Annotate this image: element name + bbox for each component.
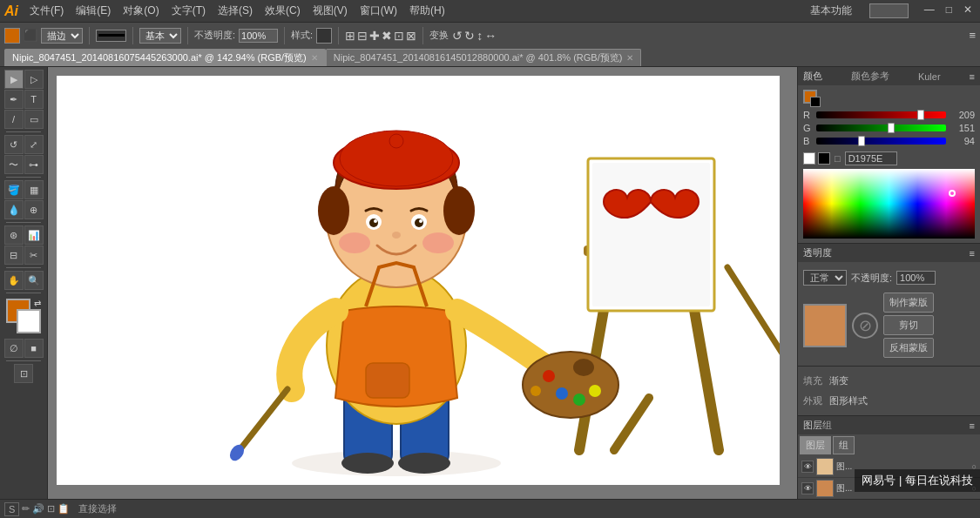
blend-mode-select[interactable]: 正常 bbox=[803, 270, 847, 286]
status-brush-icon[interactable]: ✏ bbox=[22, 503, 30, 515]
line-tool[interactable]: / bbox=[4, 110, 24, 129]
svg-point-19 bbox=[543, 370, 555, 382]
artboard-tool[interactable]: ⊟ bbox=[4, 246, 24, 265]
layer-visibility-1[interactable]: 👁 bbox=[801, 461, 814, 473]
paint-bucket-tool[interactable]: 🪣 bbox=[4, 180, 24, 199]
status-tool-icon-s[interactable]: S bbox=[4, 502, 19, 516]
paint-tools: 🪣 ▦ bbox=[4, 180, 44, 199]
transparency-panel-menu[interactable]: ≡ bbox=[970, 248, 975, 259]
bg-color-swatch[interactable] bbox=[810, 97, 821, 107]
mode-select[interactable]: 描边 bbox=[41, 28, 83, 44]
mode-dropdown[interactable]: 描边 bbox=[41, 28, 83, 44]
svg-line-3 bbox=[614, 398, 649, 450]
layers-panel-menu[interactable]: ≡ bbox=[970, 420, 975, 431]
stroke-tool[interactable]: ⬛ bbox=[24, 29, 37, 42]
r-slider-track[interactable] bbox=[816, 111, 946, 118]
object-swatch[interactable] bbox=[803, 304, 847, 347]
tab-1-close[interactable]: ✕ bbox=[311, 53, 318, 63]
panel-menu-icon[interactable]: ≡ bbox=[970, 71, 975, 82]
fill-stroke-content: 填充 渐变 外观 图形样式 bbox=[798, 367, 980, 415]
column-graph-tool[interactable]: 📊 bbox=[24, 225, 44, 245]
left-toolbox: ▶ ▷ ✒ T / ▭ ↺ ⤢ 〜 ⊶ 🪣 ▦ 💧 ⊕ ⊛ bbox=[0, 67, 48, 518]
opacity-input[interactable] bbox=[239, 29, 278, 43]
status-sound-icon[interactable]: 🔊 bbox=[32, 503, 44, 515]
menu-select[interactable]: 选择(S) bbox=[215, 3, 255, 18]
swap-colors[interactable]: ⇄ bbox=[34, 299, 41, 308]
hand-tool[interactable]: ✋ bbox=[4, 271, 24, 290]
layer-tab-groups[interactable]: 组 bbox=[833, 436, 855, 454]
black-swatch[interactable] bbox=[818, 152, 830, 165]
blend-tool[interactable]: ⊕ bbox=[24, 200, 44, 219]
kuler-title: Kuler bbox=[918, 71, 941, 82]
screen-mode-btn[interactable]: ⊡ bbox=[14, 364, 33, 383]
eyedropper-tool[interactable]: 💧 bbox=[4, 200, 24, 219]
mask-row: ⊘ 制作蒙版 剪切 反相蒙版 bbox=[803, 289, 975, 361]
b-slider-thumb[interactable] bbox=[858, 136, 865, 146]
layer-thumb-1 bbox=[816, 458, 834, 475]
fill-color-btn[interactable]: ■ bbox=[24, 339, 44, 358]
pen-tool[interactable]: ✒ bbox=[4, 90, 24, 109]
r-slider-row: R 209 bbox=[803, 110, 975, 120]
style-swatch[interactable] bbox=[316, 28, 332, 44]
svg-point-37 bbox=[339, 232, 370, 253]
close-button[interactable]: ✕ bbox=[960, 3, 976, 18]
stroke-type-dropdown[interactable]: 基本 bbox=[139, 28, 181, 44]
minimize-button[interactable]: — bbox=[921, 3, 938, 18]
menu-help[interactable]: 帮助(H) bbox=[407, 3, 448, 18]
menu-file[interactable]: 文件(F) bbox=[27, 3, 66, 18]
fill-value: 渐变 bbox=[829, 374, 848, 387]
gradient-tool[interactable]: ▦ bbox=[24, 180, 44, 199]
clip-button[interactable]: 剪切 bbox=[883, 315, 934, 335]
menu-text[interactable]: 文字(T) bbox=[169, 3, 208, 18]
fg-color-swatch[interactable] bbox=[803, 90, 817, 104]
svg-point-38 bbox=[422, 232, 454, 253]
invert-mask-button[interactable]: 反相蒙版 bbox=[883, 338, 934, 358]
menu-view[interactable]: 视图(V) bbox=[310, 3, 350, 18]
slice-tool[interactable]: ✂ bbox=[24, 246, 44, 265]
g-slider-track[interactable] bbox=[816, 124, 946, 131]
make-mask-button[interactable]: 制作蒙版 bbox=[883, 293, 934, 313]
hex-input[interactable]: D1975E bbox=[845, 151, 897, 165]
warp-tool[interactable]: 〜 bbox=[4, 155, 24, 174]
background-color[interactable] bbox=[17, 309, 41, 333]
type-tool[interactable]: T bbox=[24, 90, 44, 109]
separator2 bbox=[132, 27, 133, 44]
right-toolbar-controls: ≡ bbox=[969, 29, 976, 42]
menu-effect[interactable]: 效果(C) bbox=[262, 3, 303, 18]
menu-window[interactable]: 窗口(W) bbox=[357, 3, 400, 18]
direct-selection-tool[interactable]: ▷ bbox=[24, 70, 44, 89]
layer-tab-layers[interactable]: 图层 bbox=[800, 436, 831, 454]
scale-tool[interactable]: ⤢ bbox=[24, 135, 44, 154]
svg-point-32 bbox=[369, 219, 378, 227]
symbol-tool[interactable]: ⊛ bbox=[4, 225, 24, 245]
rect-tool[interactable]: ▭ bbox=[24, 110, 44, 129]
opacity-input-field[interactable] bbox=[896, 271, 936, 285]
selection-tool[interactable]: ▶ bbox=[4, 70, 24, 89]
tab-1[interactable]: Nipic_8047451_20140816075445263000.ai* @… bbox=[4, 49, 326, 66]
search-input[interactable] bbox=[869, 3, 909, 18]
zoom-tool[interactable]: 🔍 bbox=[24, 271, 44, 290]
align-tools: ⊞ ⊟ ✚ ✖ ⊡ ⊠ bbox=[345, 29, 416, 43]
fill-color-swatch[interactable] bbox=[4, 28, 20, 44]
r-slider-thumb[interactable] bbox=[917, 110, 924, 120]
width-tool[interactable]: ⊶ bbox=[24, 155, 44, 174]
color-panel-header: 颜色 颜色参考 Kuler ≡ bbox=[798, 67, 980, 85]
tab-2[interactable]: Nipic_8047451_20140816145012880000.ai* @… bbox=[326, 49, 642, 66]
white-swatch[interactable] bbox=[803, 152, 815, 165]
svg-rect-14 bbox=[366, 363, 409, 398]
b-slider-track[interactable] bbox=[816, 138, 946, 145]
status-copy-icon[interactable]: 📋 bbox=[57, 503, 70, 515]
toolbar-menu-icon[interactable]: ≡ bbox=[969, 29, 976, 42]
menu-edit[interactable]: 编辑(E) bbox=[73, 3, 113, 18]
maximize-button[interactable]: □ bbox=[943, 3, 956, 18]
tab-2-close[interactable]: ✕ bbox=[626, 53, 633, 63]
color-spectrum[interactable] bbox=[803, 169, 975, 239]
rotate-tool[interactable]: ↺ bbox=[4, 135, 24, 154]
layer-visibility-2[interactable]: 👁 bbox=[801, 482, 814, 494]
no-swatch[interactable]: ⊘ bbox=[852, 313, 878, 339]
menu-object[interactable]: 对象(O) bbox=[120, 3, 161, 18]
fill-none[interactable]: ∅ bbox=[4, 339, 24, 358]
status-grid-icon[interactable]: ⊡ bbox=[47, 503, 55, 515]
stroke-type[interactable]: 基本 bbox=[139, 28, 181, 44]
g-slider-thumb[interactable] bbox=[888, 123, 895, 133]
